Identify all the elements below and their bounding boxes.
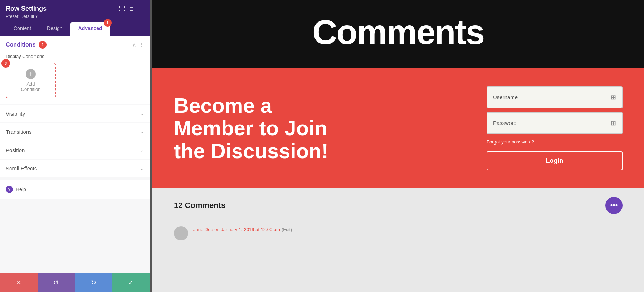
login-headline: Become a Member to Join the Discussion! [174,94,346,162]
conditions-section: Conditions 2 ∧ ⋮ Display Conditions 3 + … [0,36,150,104]
tab-content[interactable]: Content [6,22,39,36]
comment-meta-area: Jane Doe on January 1, 2019 at 12:00 pm … [193,226,292,233]
more-icon[interactable]: ⋮ [138,5,144,12]
tabs-row: Content Design 1 Advanced [6,22,144,36]
preset-row: Preset: Default ▾ [6,14,144,19]
expand-icon[interactable]: ⛶ [119,6,125,12]
conditions-collapse-icon[interactable]: ∧ [132,42,136,48]
conditions-more-icon[interactable]: ⋮ [139,42,144,48]
tab-advanced-badge: 1 [104,19,112,27]
conditions-header[interactable]: Conditions 2 ∧ ⋮ [0,36,150,54]
redo-button[interactable]: ↻ [75,273,112,292]
position-chevron: ⌄ [140,147,144,153]
scroll-effects-title: Scroll Effects [6,165,37,171]
password-field[interactable]: Password ⊞ [487,112,623,134]
scroll-effects-section: Scroll Effects ⌄ [0,160,150,177]
comments-hero-title: Comments [160,14,637,50]
scroll-effects-header[interactable]: Scroll Effects ⌄ [0,160,150,177]
tab-design[interactable]: Design [39,22,70,36]
password-placeholder: Password [493,120,517,126]
comments-menu-button[interactable]: ••• [605,197,623,214]
conditions-actions: ∧ ⋮ [132,42,144,48]
position-title: Position [6,147,25,153]
visibility-section: Visibility ⌄ [0,105,150,122]
login-form: Username ⊞ Password ⊞ Forgot your passwo… [487,86,623,170]
transitions-chevron: ⌄ [140,129,144,135]
comment-meta: Jane Doe on January 1, 2019 at 12:00 pm [193,227,280,232]
conditions-badge: 2 [39,41,47,49]
comments-count-row: 12 Comments ••• [152,188,644,223]
conditions-title-row: Conditions 2 [6,41,47,49]
panel-body: Conditions 2 ∧ ⋮ Display Conditions 3 + … [0,36,150,273]
panel-divider [150,0,152,292]
login-section: Become a Member to Join the Discussion! … [152,68,644,188]
visibility-header[interactable]: Visibility ⌄ [0,105,150,122]
columns-icon[interactable]: ⊡ [129,5,134,12]
visibility-chevron: ⌄ [140,111,144,116]
right-content: Comments Become a Member to Join the Dis… [152,0,644,292]
display-conditions-label: Display Conditions [6,54,144,59]
undo-button[interactable]: ↺ [38,273,75,292]
bottom-bar: ✕ ↺ ↻ ✓ [0,273,150,292]
comments-count: 12 Comments [174,201,225,210]
add-condition-plus-icon: + [26,69,36,79]
comment-avatar [174,226,188,240]
username-placeholder: Username [493,94,518,100]
tab-advanced[interactable]: 1 Advanced [70,22,110,36]
panel-header: Row Settings ⛶ ⊡ ⋮ Preset: Default ▾ Con… [0,0,150,36]
help-row: ? Help [0,180,150,199]
save-button[interactable]: ✓ [112,273,150,292]
visibility-title: Visibility [6,111,25,117]
add-condition-area: 3 + Add Condition [6,63,56,98]
comment-row: Jane Doe on January 1, 2019 at 12:00 pm … [152,223,644,244]
comments-menu-dots-icon: ••• [610,201,618,209]
transitions-section: Transitions ⌄ [0,123,150,141]
forgot-password-link[interactable]: Forgot your password? [487,139,534,145]
transitions-title: Transitions [6,129,32,135]
header-icons: ⛶ ⊡ ⋮ [119,5,144,12]
position-section: Position ⌄ [0,141,150,159]
username-field[interactable]: Username ⊞ [487,86,623,108]
comments-hero: Comments [152,0,644,68]
login-button[interactable]: Login [487,151,623,170]
preset-dropdown-icon[interactable]: ▾ [35,14,38,19]
help-text[interactable]: Help [16,186,26,192]
panel-title: Row Settings [6,5,47,13]
add-condition-button[interactable]: + Add Condition [6,63,56,98]
scroll-effects-chevron: ⌄ [140,166,144,171]
position-header[interactable]: Position ⌄ [0,141,150,159]
add-condition-badge: 3 [1,59,10,68]
conditions-title: Conditions [6,42,36,48]
password-icon: ⊞ [611,119,616,127]
add-condition-text: Add Condition [16,81,45,92]
username-icon: ⊞ [611,93,616,101]
comment-edit[interactable]: (Edit) [282,227,292,232]
preset-text[interactable]: Preset: Default [6,14,34,19]
cancel-button[interactable]: ✕ [0,273,38,292]
help-icon: ? [6,186,13,193]
left-panel: Row Settings ⛶ ⊡ ⋮ Preset: Default ▾ Con… [0,0,150,292]
conditions-content: Display Conditions 3 + Add Condition [0,54,150,104]
transitions-header[interactable]: Transitions ⌄ [0,123,150,141]
